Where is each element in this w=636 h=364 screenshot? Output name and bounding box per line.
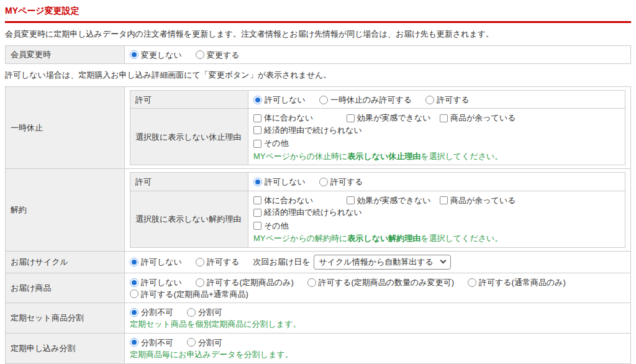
- radio-option[interactable]: 許可しない: [130, 277, 182, 288]
- radio-option[interactable]: 許可する(定期商品のみ): [196, 277, 294, 288]
- row-delivery-product: お届け商品 許可しない許可する(定期商品のみ)許可する(定期商品の数量のみ変更可…: [6, 273, 631, 303]
- permission-note: 許可しない場合は、定期購入お申し込み詳細画面にて「変更ボタン」が表示されません。: [5, 70, 631, 81]
- row-label: 解約: [6, 169, 125, 251]
- checkbox-label: 商品が余っている: [450, 112, 516, 124]
- radio-option[interactable]: 変更する: [196, 50, 240, 61]
- note-bold-text: 表示しない解約理由: [347, 234, 420, 243]
- radio-label: 許可しない: [265, 176, 306, 188]
- checkbox-icon[interactable]: [440, 196, 448, 204]
- radio-option[interactable]: 変更しない: [130, 50, 182, 61]
- radio-icon[interactable]: [187, 308, 196, 317]
- radio-option[interactable]: 許可する: [319, 176, 363, 188]
- radio-icon[interactable]: [468, 278, 476, 287]
- radio-option[interactable]: 分割可: [187, 307, 222, 318]
- application-split-radio-group: 分割不可分割可: [130, 337, 236, 347]
- checkbox-option[interactable]: 効果が実感できない: [347, 194, 440, 207]
- checkbox-label: 体に合わない: [264, 112, 313, 124]
- sub-row-label: 許可: [130, 173, 248, 191]
- checkbox-label: その他: [264, 137, 289, 150]
- note-text: MYページからの休止時に: [253, 152, 347, 161]
- checkbox-icon[interactable]: [253, 222, 261, 230]
- radio-icon[interactable]: [307, 278, 316, 287]
- radio-label: 許可する: [437, 94, 470, 106]
- radio-label: 分割可: [198, 337, 222, 348]
- checkbox-icon[interactable]: [253, 196, 261, 204]
- checkbox-option[interactable]: 経済的理由で続けられない: [253, 206, 620, 219]
- row-member-change: 会員変更時 変更しない変更する: [6, 45, 631, 63]
- radio-option[interactable]: 許可する: [196, 257, 240, 268]
- radio-icon[interactable]: [187, 338, 196, 347]
- radio-icon[interactable]: [196, 258, 204, 266]
- radio-option[interactable]: 許可する(定期商品の数量のみ変更可): [307, 277, 454, 288]
- pause-permission-radio-group: 許可しない一時休止のみ許可する許可する: [253, 94, 483, 104]
- row-cancel: 解約 許可 許可しない許可する 選択肢に表示しない解約理由: [6, 169, 631, 251]
- pause-permission-row: 許可 許可しない一時休止のみ許可する許可する: [130, 91, 625, 109]
- note-text: MYページからの解約時に: [253, 234, 347, 243]
- radio-icon[interactable]: [130, 338, 139, 347]
- radio-icon[interactable]: [319, 96, 328, 104]
- radio-icon[interactable]: [130, 50, 139, 59]
- checkbox-option[interactable]: その他: [253, 137, 620, 150]
- checkbox-icon[interactable]: [440, 114, 448, 122]
- row-label: 会員変更時: [6, 45, 125, 63]
- chevron-down-icon: [440, 258, 446, 264]
- radio-icon[interactable]: [319, 178, 328, 186]
- radio-label: 許可する(通常商品のみ): [479, 277, 566, 288]
- set-split-radio-group: 分割不可分割可: [130, 307, 236, 316]
- radio-icon[interactable]: [425, 96, 434, 104]
- checkbox-option[interactable]: 経済的理由で続けられない: [253, 124, 620, 137]
- checkbox-icon[interactable]: [253, 126, 261, 134]
- cancel-reasons-row: 選択肢に表示しない解約理由 体に合わない効果が実感できない商品が余っている経済的…: [130, 191, 625, 247]
- radio-icon[interactable]: [196, 50, 204, 59]
- radio-label: 許可する(定期商品の数量のみ変更可): [319, 277, 454, 288]
- radio-icon[interactable]: [130, 278, 139, 287]
- checkbox-icon[interactable]: [253, 209, 261, 217]
- radio-icon[interactable]: [253, 178, 262, 186]
- mypage-change-settings-page: MYページ変更設定 会員変更時に定期申し込みデータ内の注文者情報を更新します。注…: [0, 0, 636, 364]
- pause-reasons-row: 選択肢に表示しない休止理由 体に合わない効果が実感できない商品が余っている経済的…: [130, 109, 625, 165]
- set-split-note: 定期セット商品を個別定期商品に分割します。: [130, 319, 625, 330]
- checkbox-option[interactable]: 体に合わない: [253, 194, 347, 207]
- application-split-note: 定期商品毎にお申込みデータを分割します。: [130, 349, 625, 360]
- radio-icon[interactable]: [130, 258, 139, 266]
- checkbox-option[interactable]: 効果が実感できない: [347, 112, 440, 124]
- cancel-permission-options-cell: 許可しない許可する: [248, 173, 625, 191]
- radio-icon[interactable]: [130, 308, 139, 317]
- radio-option[interactable]: 許可する(通常商品のみ): [468, 277, 566, 288]
- radio-option[interactable]: 分割不可: [130, 307, 173, 318]
- checkbox-option[interactable]: 体に合わない: [253, 112, 347, 124]
- member-change-table: 会員変更時 変更しない変更する: [5, 45, 631, 64]
- checkbox-option[interactable]: 商品が余っている: [440, 194, 530, 207]
- row-label: 一時休止: [6, 87, 125, 169]
- radio-option[interactable]: 許可しない: [130, 257, 182, 268]
- intro-text: 会員変更時に定期申し込みデータ内の注文者情報を更新します。注文者情報とお届け先情…: [5, 29, 631, 40]
- checkbox-option[interactable]: その他: [253, 220, 620, 232]
- row-label: お届けサイクル: [6, 251, 125, 273]
- sub-row-label: 選択肢に表示しない解約理由: [130, 191, 248, 247]
- next-delivery-date-select[interactable]: サイクル情報から自動算出する: [314, 255, 450, 270]
- page-title: MYページ変更設定: [5, 4, 631, 23]
- radio-option[interactable]: 許可する: [425, 94, 470, 106]
- radio-icon[interactable]: [253, 96, 262, 104]
- checkbox-icon[interactable]: [253, 114, 261, 122]
- radio-option[interactable]: 一時休止のみ許可する: [319, 94, 412, 106]
- radio-option[interactable]: 分割可: [187, 337, 222, 348]
- radio-option[interactable]: 許可しない: [253, 94, 306, 106]
- cancel-sub-table: 許可 許可しない許可する 選択肢に表示しない解約理由 体に合わない効果が実感でき…: [130, 172, 625, 247]
- row-set-split: 定期セット商品分割 分割不可分割可 定期セット商品を個別定期商品に分割します。: [6, 303, 631, 334]
- radio-option[interactable]: 許可する(定期商品+通常商品): [130, 289, 248, 300]
- checkbox-icon[interactable]: [347, 196, 355, 204]
- checkbox-option[interactable]: 商品が余っている: [440, 112, 530, 124]
- pause-sub-table: 許可 許可しない一時休止のみ許可する許可する 選択肢に表示しない休止理由 体に合…: [130, 90, 625, 165]
- checkbox-icon[interactable]: [253, 140, 261, 148]
- radio-option[interactable]: 許可しない: [253, 176, 306, 188]
- delivery-product-options-cell: 許可しない許可する(定期商品のみ)許可する(定期商品の数量のみ変更可)許可する(…: [125, 273, 631, 303]
- radio-option[interactable]: 分割不可: [130, 337, 173, 348]
- radio-label: 許可する: [207, 257, 240, 268]
- settings-table: 一時休止 許可 許可しない一時休止のみ許可する許可する 選択肢に表示しない休: [5, 86, 631, 364]
- radio-icon[interactable]: [196, 278, 204, 287]
- cancel-reason-checkbox-group: 体に合わない効果が実感できない商品が余っている経済的理由で続けられないその他: [253, 194, 620, 232]
- cancel-reason-note: MYページからの解約時に表示しない解約理由を選択してください。: [253, 233, 620, 244]
- checkbox-icon[interactable]: [347, 114, 355, 122]
- radio-icon[interactable]: [130, 289, 139, 298]
